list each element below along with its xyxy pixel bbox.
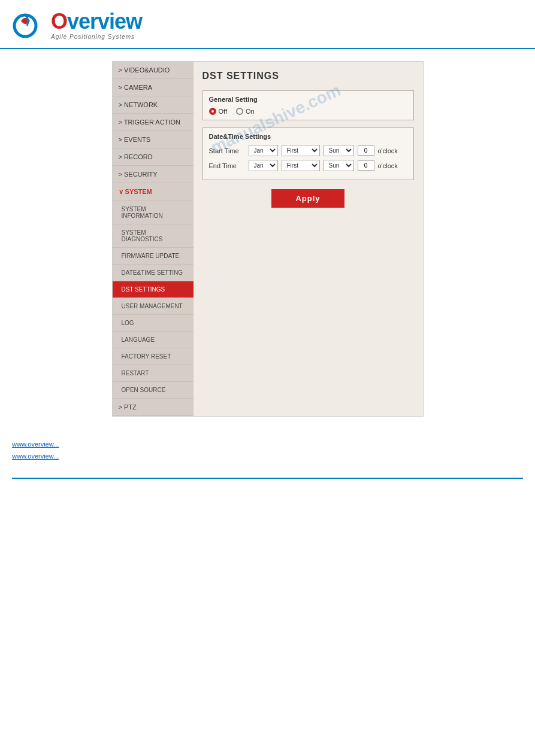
content-area: manualshive.com DST SETTINGS General Set…	[194, 62, 423, 416]
sidebar: > VIDEO&AUDIO > CAMERA > NETWORK > TRIGG…	[113, 62, 194, 416]
start-time-day[interactable]: SunMonTueWed ThuFriSat	[324, 145, 354, 156]
end-time-week[interactable]: FirstSecondThirdFourthLast	[282, 160, 320, 171]
logo-text: Overview Agile Positioning Systems	[51, 11, 142, 40]
end-time-hour[interactable]	[358, 160, 374, 171]
start-time-hour[interactable]	[358, 145, 374, 156]
radio-on-label[interactable]: On	[236, 108, 255, 115]
main-content: > VIDEO&AUDIO > CAMERA > NETWORK > TRIGG…	[0, 49, 535, 429]
general-setting-section: General Setting Off On	[202, 90, 414, 120]
radio-on-text: On	[246, 108, 255, 115]
dst-radio-group: Off On	[209, 108, 407, 115]
bottom-border	[12, 478, 523, 479]
radio-on-btn[interactable]	[236, 108, 243, 115]
start-time-oclock: o'clock	[378, 147, 398, 154]
apply-btn-container: Apply	[202, 189, 414, 208]
datetime-settings-title: Date&Time Settings	[209, 133, 407, 140]
sidebar-item-open-source[interactable]: OPEN SOURCE	[113, 382, 194, 399]
radio-off-btn[interactable]	[209, 108, 216, 115]
sidebar-item-video-audio[interactable]: > VIDEO&AUDIO	[113, 62, 194, 79]
start-time-row: Start Time JanFebMarApr MayJunJulAug Sep…	[209, 145, 407, 156]
sidebar-item-log[interactable]: LOG	[113, 315, 194, 332]
page-title: DST SETTINGS	[202, 71, 414, 81]
end-time-month[interactable]: JanFebMarApr MayJunJulAug SepOctNovDec	[249, 160, 278, 171]
ui-panel: > VIDEO&AUDIO > CAMERA > NETWORK > TRIGG…	[112, 61, 424, 417]
sidebar-item-dst-settings[interactable]: DST SETTINGS	[113, 281, 194, 298]
datetime-settings-section: Date&Time Settings Start Time JanFebMarA…	[202, 127, 414, 180]
radio-off-label[interactable]: Off	[209, 108, 227, 115]
sidebar-item-system[interactable]: ∨ SYSTEM	[113, 183, 194, 201]
footer-link-1[interactable]: www.overview...	[12, 441, 523, 448]
logo-icon	[12, 9, 48, 42]
sidebar-item-network[interactable]: > NETWORK	[113, 96, 194, 114]
footer-content: www.overview... www.overview...	[0, 429, 535, 478]
logo-sub-text: Agile Positioning Systems	[51, 34, 142, 40]
footer-links: www.overview... www.overview...	[12, 441, 523, 460]
logo-main-text: Overview	[51, 11, 142, 32]
sidebar-item-user-management[interactable]: USER MANAGEMENT	[113, 298, 194, 315]
sidebar-item-system-information[interactable]: SYSTEM INFORMATION	[113, 201, 194, 224]
end-time-row: End Time JanFebMarApr MayJunJulAug SepOc…	[209, 160, 407, 171]
sidebar-item-camera[interactable]: > CAMERA	[113, 79, 194, 96]
sidebar-item-datetime-setting[interactable]: DATE&TIME SETTING	[113, 265, 194, 281]
sidebar-item-language[interactable]: LANGUAGE	[113, 332, 194, 348]
header: Overview Agile Positioning Systems	[0, 0, 535, 49]
apply-button[interactable]: Apply	[271, 189, 344, 208]
sidebar-item-system-diagnostics[interactable]: SYSTEM DIAGNOSTICS	[113, 224, 194, 248]
logo: Overview Agile Positioning Systems	[12, 9, 523, 42]
sidebar-item-security[interactable]: > SECURITY	[113, 166, 194, 183]
sidebar-item-events[interactable]: > EVENTS	[113, 131, 194, 148]
end-time-label: End Time	[209, 162, 245, 169]
start-time-month[interactable]: JanFebMarApr MayJunJulAug SepOctNovDec	[249, 145, 278, 156]
sidebar-item-ptz[interactable]: > PTZ	[113, 399, 194, 416]
sidebar-item-factory-reset[interactable]: FACTORY RESET	[113, 348, 194, 365]
end-time-day[interactable]: SunMonTueWed ThuFriSat	[324, 160, 354, 171]
sidebar-item-trigger-action[interactable]: > TRIGGER ACTION	[113, 114, 194, 131]
radio-off-text: Off	[219, 108, 227, 115]
start-time-label: Start Time	[209, 147, 245, 154]
start-time-week[interactable]: FirstSecondThirdFourthLast	[282, 145, 320, 156]
footer-link-2[interactable]: www.overview...	[12, 453, 523, 460]
sidebar-item-firmware-update[interactable]: FIRMWARE UPDATE	[113, 248, 194, 265]
sidebar-item-restart[interactable]: RESTART	[113, 365, 194, 382]
general-setting-title: General Setting	[209, 96, 407, 103]
sidebar-item-record[interactable]: > RECORD	[113, 148, 194, 166]
end-time-oclock: o'clock	[378, 162, 398, 169]
